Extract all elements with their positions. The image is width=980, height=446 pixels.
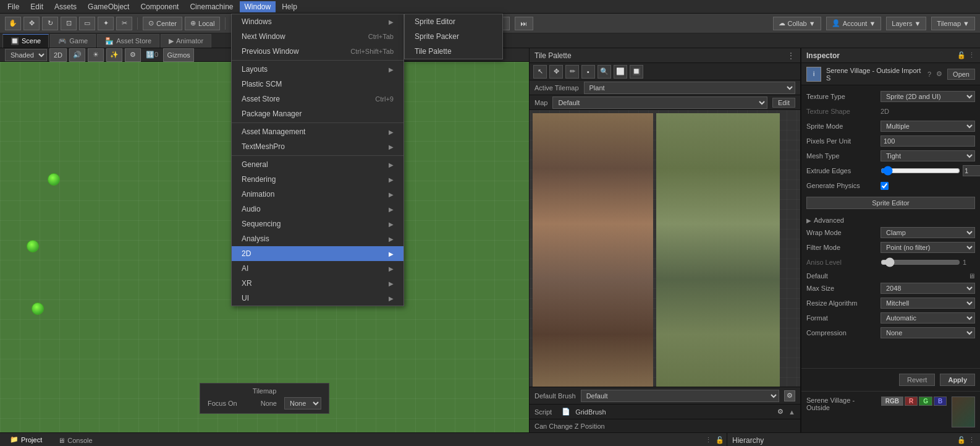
tile-grid-area[interactable]: [530, 110, 800, 387]
menu-gameobject[interactable]: GameObject: [83, 1, 134, 12]
brush-settings-btn[interactable]: ⚙: [784, 390, 795, 401]
tile-move-btn[interactable]: ✥: [549, 65, 563, 79]
menu-edit[interactable]: Edit: [25, 1, 48, 12]
tab-animator[interactable]: ▶ Animator: [161, 34, 211, 48]
format-select[interactable]: Automatic: [881, 312, 975, 324]
revert-button[interactable]: Revert: [899, 374, 935, 386]
menu-general[interactable]: General ▶: [232, 157, 403, 172]
menu-textmeshpro[interactable]: TextMeshPro ▶: [232, 139, 403, 154]
tab-console[interactable]: 🖥 Console: [51, 434, 99, 447]
tile-select-btn[interactable]: ↖: [533, 65, 547, 79]
menu-component[interactable]: Component: [135, 1, 184, 12]
brush-expand-icon[interactable]: ▲: [788, 408, 795, 416]
scene-settings-btn[interactable]: ⚙: [125, 48, 141, 62]
move-tool[interactable]: ✥: [23, 17, 40, 30]
menu-package-manager[interactable]: Package Manager: [232, 106, 403, 121]
focus-select[interactable]: None Origin All: [284, 397, 321, 410]
custom-tool[interactable]: ✂: [116, 17, 132, 30]
shading-select[interactable]: Shaded: [5, 49, 47, 61]
tile-paint-btn[interactable]: ✏: [565, 65, 579, 79]
active-tilemap-select[interactable]: Plant: [584, 82, 795, 94]
g-button[interactable]: G: [919, 397, 932, 406]
hier-menu-icon[interactable]: ⋮: [968, 436, 975, 444]
generate-physics-checkbox[interactable]: [881, 182, 889, 190]
menu-layouts[interactable]: Layouts ▶: [232, 62, 403, 77]
step-button[interactable]: ⏭: [515, 17, 533, 30]
tile-palette-menu[interactable]: ⋮: [787, 51, 795, 61]
menu-next-window[interactable]: Next Window Ctrl+Tab: [232, 29, 403, 44]
map-select[interactable]: Default: [552, 96, 767, 109]
r-button[interactable]: R: [905, 397, 918, 406]
menu-sequencing[interactable]: Sequencing ▶: [232, 217, 403, 231]
tab-asset-store[interactable]: 🏪 Asset Store: [97, 34, 159, 48]
menu-asset-store[interactable]: Asset Store Ctrl+9: [232, 92, 403, 106]
advanced-section-header[interactable]: ▶ Advanced: [806, 217, 975, 224]
tile-fill-box-btn[interactable]: ▪: [581, 65, 595, 79]
hier-lock-icon[interactable]: 🔓: [957, 436, 966, 444]
extrude-edges-number[interactable]: [963, 165, 980, 176]
rgb-button[interactable]: RGB: [881, 397, 903, 406]
hand-tool[interactable]: ✋: [5, 17, 21, 30]
edit-btn[interactable]: Edit: [772, 98, 795, 108]
submenu-tile-palette[interactable]: Tile Palette: [405, 44, 502, 59]
b-button[interactable]: B: [934, 397, 947, 406]
layers-button[interactable]: Layers ▼: [886, 17, 926, 30]
gizmos-btn[interactable]: Gizmos: [163, 48, 194, 62]
menu-prev-window[interactable]: Previous Window Ctrl+Shift+Tab: [232, 44, 403, 59]
menu-file[interactable]: File: [2, 1, 24, 12]
menu-xr[interactable]: XR ▶: [232, 276, 403, 291]
menu-cinemachine[interactable]: Cinemachine: [185, 1, 238, 12]
tile-erase-btn[interactable]: ⬜: [614, 65, 627, 79]
texture-type-select[interactable]: Sprite (2D and UI): [881, 91, 975, 102]
settings-icon[interactable]: ⚙: [936, 70, 942, 78]
menu-help[interactable]: Help: [277, 1, 302, 12]
2d-mode-btn[interactable]: 2D: [49, 48, 67, 62]
menu-animation[interactable]: Animation ▶: [232, 187, 403, 202]
local-button[interactable]: ⊕ Local: [185, 17, 220, 30]
center-button[interactable]: ⊙ Center: [143, 17, 182, 30]
tab-game[interactable]: 🎮 Game: [50, 34, 96, 48]
brush-select[interactable]: Default: [581, 390, 779, 402]
inspector-menu-icon[interactable]: ⋮: [968, 51, 975, 59]
lighting-btn[interactable]: ☀: [88, 48, 104, 62]
sprite-mode-select[interactable]: Multiple: [881, 121, 975, 132]
menu-plastic-scm[interactable]: Plastic SCM: [232, 77, 403, 92]
tab-scene[interactable]: 🔲 Scene: [2, 34, 49, 48]
apply-button[interactable]: Apply: [940, 374, 975, 386]
tile-pick-btn[interactable]: 🔍: [598, 65, 611, 79]
account-button[interactable]: 👤 Account ▼: [826, 17, 882, 30]
window-menu[interactable]: Windows ▶ Next Window Ctrl+Tab Previous …: [231, 14, 404, 306]
extrude-edges-slider[interactable]: [881, 166, 960, 175]
compression-select[interactable]: None: [881, 327, 975, 338]
menu-audio[interactable]: Audio ▶: [232, 202, 403, 217]
rotate-tool[interactable]: ↻: [42, 17, 58, 30]
mesh-type-select[interactable]: Tight: [881, 150, 975, 161]
scale-tool[interactable]: ⊡: [61, 17, 77, 30]
fx-btn[interactable]: ✨: [106, 48, 122, 62]
menu-windows[interactable]: Windows ▶: [232, 14, 403, 29]
wrap-mode-select[interactable]: Clamp: [881, 227, 975, 238]
rect-tool[interactable]: ▭: [79, 17, 95, 30]
menu-2d[interactable]: 2D ▶: [232, 246, 403, 261]
menu-analysis[interactable]: Analysis ▶: [232, 231, 403, 246]
filter-mode-select[interactable]: Point (no filter): [881, 242, 975, 253]
menu-ai[interactable]: AI ▶: [232, 261, 403, 276]
resize-algo-select[interactable]: Mitchell: [881, 298, 975, 309]
inspector-lock-icon[interactable]: 🔓: [957, 51, 966, 59]
max-size-select[interactable]: 2048: [881, 283, 975, 294]
brush-settings-icon[interactable]: ⚙: [777, 408, 784, 416]
menu-rendering[interactable]: Rendering ▶: [232, 172, 403, 187]
pixels-per-unit-input[interactable]: [881, 135, 975, 147]
submenu-sprite-packer[interactable]: Sprite Packer: [405, 29, 502, 44]
collab-button[interactable]: ☁ Collab ▼: [773, 17, 821, 30]
menu-asset-management[interactable]: Asset Management ▶: [232, 124, 403, 139]
sprite-editor-btn[interactable]: Sprite Editor: [806, 197, 975, 209]
tile-flood-btn[interactable]: 🔲: [630, 65, 643, 79]
audio-btn[interactable]: 🔊: [69, 48, 85, 62]
project-lock-icon[interactable]: 🔓: [716, 436, 724, 444]
submenu-sprite-editor[interactable]: Sprite Editor: [405, 14, 502, 29]
menu-assets[interactable]: Assets: [49, 1, 82, 12]
menu-ui[interactable]: UI ▶: [232, 291, 403, 306]
open-button[interactable]: Open: [947, 69, 975, 80]
transform-tool[interactable]: ✦: [98, 17, 114, 30]
